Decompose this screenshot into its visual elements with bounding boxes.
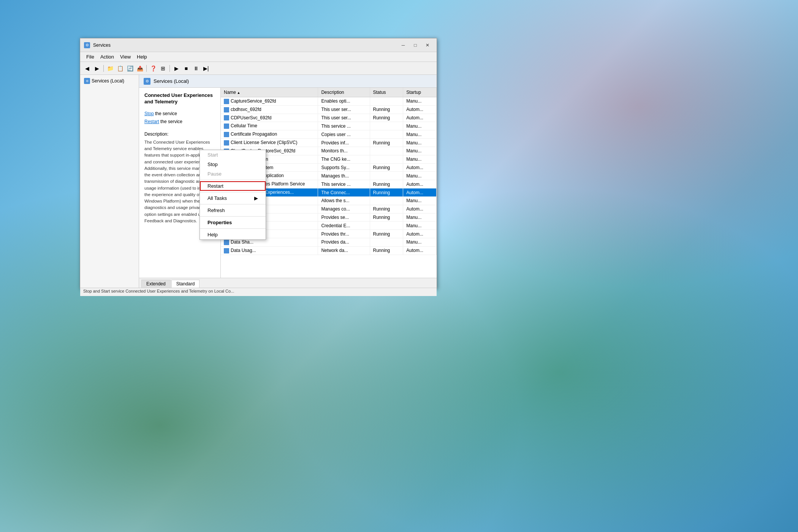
ctx-restart[interactable]: Restart (200, 181, 266, 191)
menu-action[interactable]: Action (97, 53, 117, 60)
cell-startup: Manu... (403, 97, 437, 106)
cell-name: cbdhsvc_692fd (221, 105, 318, 114)
ctx-start[interactable]: Start (200, 150, 266, 160)
cell-startup: Manu... (403, 147, 437, 155)
ctx-all-tasks-label: All Tasks (207, 195, 227, 201)
restart-link[interactable]: Restart (144, 119, 159, 124)
cell-startup: Manu... (403, 213, 437, 222)
table-row[interactable]: Client License Service (ClipSVC) Provide… (221, 139, 437, 147)
cell-desc: The CNG ke... (318, 155, 370, 163)
table-row[interactable]: Data Usag... Network da... Running Autom… (221, 246, 437, 255)
ctx-sep-5 (200, 228, 266, 229)
row-icon (224, 240, 229, 245)
ctx-all-tasks[interactable]: All Tasks ▶ (200, 193, 266, 203)
stop-link[interactable]: Stop (144, 111, 154, 116)
cell-status (370, 172, 403, 180)
cell-desc: This user ser... (318, 114, 370, 122)
cell-desc: Provides inf... (318, 139, 370, 147)
cell-desc: Allows the s... (318, 196, 370, 205)
toolbar-start[interactable]: ▶ (172, 64, 181, 73)
cell-status: Running (370, 205, 403, 213)
service-title: Connected User Experiences and Telemetry (144, 92, 215, 105)
menu-file[interactable]: File (83, 53, 97, 60)
cell-desc: Monitors th... (318, 147, 370, 155)
maximize-button[interactable]: □ (410, 41, 421, 49)
cell-status: Running (370, 230, 403, 238)
cell-status (370, 155, 403, 163)
ctx-sep-3 (200, 204, 266, 204)
tab-standard[interactable]: Standard (171, 280, 200, 288)
row-icon (224, 124, 229, 129)
row-icon (224, 132, 229, 137)
sidebar-item-services-local[interactable]: ⚙ Services (Local) (82, 76, 137, 86)
toolbar-copy[interactable]: 📋 (116, 64, 125, 73)
cell-name: Data Usag... (221, 246, 318, 255)
tab-extended[interactable]: Extended (141, 280, 171, 288)
cell-startup: Manu... (403, 238, 437, 247)
toolbar-restart[interactable]: ▶| (201, 64, 211, 73)
cell-desc: This service ... (318, 180, 370, 188)
menu-view[interactable]: View (117, 53, 134, 60)
ctx-properties[interactable]: Properties (200, 218, 266, 227)
cell-status: Running (370, 114, 403, 122)
ctx-help[interactable]: Help (200, 230, 266, 239)
toolbar-stop[interactable]: ■ (182, 64, 191, 73)
window-title: Services (93, 43, 398, 48)
table-row[interactable]: CaptureService_692fd Enables opti... Man… (221, 97, 437, 106)
cell-status: Running (370, 188, 403, 197)
ctx-stop[interactable]: Stop (200, 160, 266, 169)
cell-desc: Enables opti... (318, 97, 370, 106)
cell-startup: Manu... (403, 172, 437, 180)
table-row[interactable]: CDPUserSvc_692fd This user ser... Runnin… (221, 114, 437, 122)
sidebar-icon: ⚙ (84, 78, 90, 84)
cell-status (370, 196, 403, 205)
toolbar-help[interactable]: ❓ (149, 64, 158, 73)
panel-header-title: Services (Local) (154, 78, 189, 84)
cell-startup: Autom... (403, 230, 437, 238)
desc-label: Description: (144, 131, 215, 137)
cell-name: Certificate Propagation (221, 130, 318, 139)
row-icon (224, 115, 229, 120)
cell-desc: This service ... (318, 122, 370, 130)
cell-startup: Manu... (403, 130, 437, 139)
toolbar-forward[interactable]: ▶ (92, 64, 101, 73)
cell-status: Running (370, 139, 403, 147)
table-row[interactable]: Certificate Propagation Copies user ... … (221, 130, 437, 139)
cell-startup: Manu... (403, 139, 437, 147)
toolbar-refresh[interactable]: 🔄 (125, 64, 135, 73)
menu-help[interactable]: Help (134, 53, 150, 60)
ctx-sep-2 (200, 192, 266, 192)
cell-status: Running (370, 246, 403, 255)
toolbar-pause[interactable]: ⏸ (192, 64, 201, 73)
minimize-button[interactable]: ─ (398, 41, 408, 49)
close-button[interactable]: ✕ (422, 41, 433, 49)
split-panel: Connected User Experiences and Telemetry… (139, 88, 437, 278)
cell-startup: Manu... (403, 155, 437, 163)
toolbar-sep-3 (169, 65, 170, 72)
col-name[interactable]: Name (221, 88, 318, 97)
status-bar: Stop and Start service Connected User Ex… (80, 288, 437, 296)
table-row[interactable]: Cellular Time This service ... Manu... (221, 122, 437, 130)
toolbar-properties[interactable]: ⊞ (158, 64, 168, 73)
ctx-submenu-arrow: ▶ (254, 195, 258, 201)
row-icon (224, 107, 229, 112)
panel-header-icon: ⚙ (144, 78, 150, 85)
window-controls: ─ □ ✕ (398, 41, 433, 49)
ctx-refresh[interactable]: Refresh (200, 206, 266, 215)
table-row[interactable]: cbdhsvc_692fd This user ser... Running A… (221, 105, 437, 114)
cell-startup: Manu... (403, 122, 437, 130)
cell-status: Running (370, 180, 403, 188)
cell-desc: Manages th... (318, 172, 370, 180)
ctx-sep-1 (200, 180, 266, 180)
toolbar-export[interactable]: 📤 (135, 64, 144, 73)
col-status[interactable]: Status (370, 88, 403, 97)
cell-desc: Credential E... (318, 222, 370, 230)
ctx-sep-4 (200, 216, 266, 217)
col-description[interactable]: Description (318, 88, 370, 97)
toolbar-up[interactable]: 📁 (106, 64, 115, 73)
col-startup[interactable]: Startup (403, 88, 437, 97)
row-icon (224, 140, 229, 146)
ctx-pause[interactable]: Pause (200, 169, 266, 179)
toolbar-back[interactable]: ◀ (82, 64, 92, 73)
cell-status (370, 122, 403, 130)
